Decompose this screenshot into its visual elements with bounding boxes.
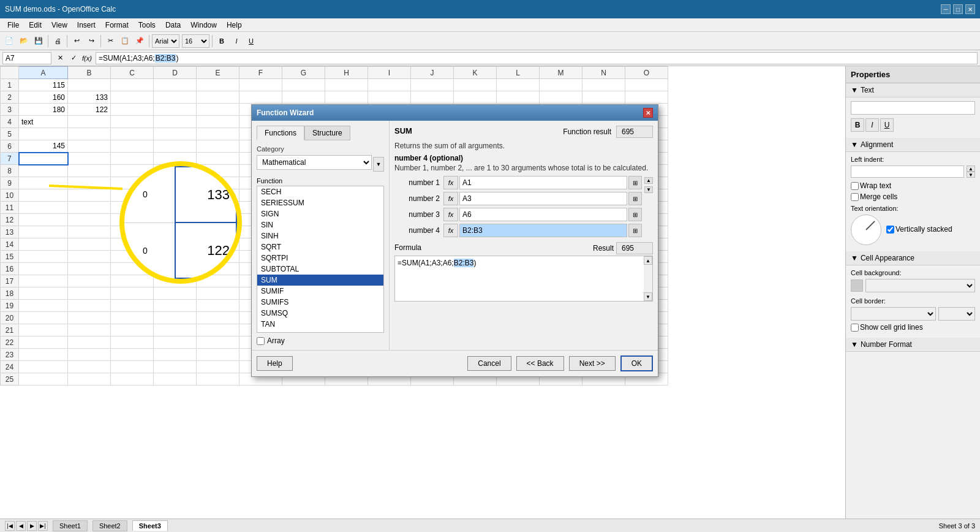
function-list: SECH SERIESSUM SIGN SIN SINH SQRT SQRTPI… (257, 186, 384, 333)
formula-scroll-up[interactable]: ▲ (644, 256, 652, 265)
result-value: 695 (616, 242, 653, 254)
tab-functions[interactable]: Functions (257, 126, 304, 140)
number-1-range-btn[interactable]: ⊞ (628, 176, 642, 189)
number-2-fx-btn[interactable]: fx (443, 192, 458, 205)
func-item-sum[interactable]: SUM (257, 275, 383, 286)
function-wizard-dialog: Function Wizard ✕ Functions Structure Ca… (251, 104, 658, 377)
number-1-input[interactable] (459, 176, 627, 189)
number-4-input[interactable] (459, 224, 627, 237)
formula-scroll-down[interactable]: ▼ (644, 292, 652, 301)
number-3-fx-btn[interactable]: fx (443, 208, 458, 221)
formula-scroll: ▲ ▼ (644, 256, 652, 301)
param-title: number 4 (optional) (394, 154, 653, 162)
back-btn[interactable]: << Back (516, 356, 564, 371)
tab-structure[interactable]: Structure (304, 126, 350, 140)
number-4-range-btn[interactable]: ⊞ (628, 224, 642, 237)
func-item-tanh[interactable]: TANH (257, 330, 383, 333)
category-label: Category (257, 145, 384, 153)
param-desc: Number 1, number 2, ... are 1 to 30 argu… (394, 164, 653, 172)
array-label: Array (267, 336, 285, 345)
func-item-sinh[interactable]: SINH (257, 230, 383, 241)
func-item-tan[interactable]: TAN (257, 319, 383, 330)
func-item-sumif[interactable]: SUMIF (257, 286, 383, 297)
formula-section: Formula Result 695 =SUM(A1;A3;A6;B2:B3) … (394, 242, 653, 302)
func-name: SUM (394, 126, 412, 135)
func-item-sign[interactable]: SIGN (257, 208, 383, 219)
scroll-arrows: ▲ ▼ (644, 177, 653, 193)
array-checkbox-row: Array (257, 336, 384, 345)
next-btn[interactable]: Next >> (569, 356, 616, 371)
number-1-label: number 1 (394, 178, 443, 187)
array-checkbox[interactable] (257, 337, 265, 345)
category-dropdown-btn[interactable]: ▼ (373, 157, 384, 172)
dialog-title-bar: Function Wizard ✕ (252, 105, 658, 121)
number-1-fx-btn[interactable]: fx (443, 176, 458, 189)
number-3-label: number 3 (394, 210, 443, 219)
func-item-sin[interactable]: SIN (257, 219, 383, 230)
number-3-row: number 3 fx ⊞ (394, 208, 642, 221)
function-label: Function (257, 177, 384, 184)
func-description: Returns the sum of all arguments. (394, 142, 653, 150)
func-result-value: 695 (616, 126, 653, 138)
number-3-range-btn[interactable]: ⊞ (628, 208, 642, 221)
number-2-label: number 2 (394, 194, 443, 203)
scroll-down-btn[interactable]: ▼ (644, 186, 653, 193)
formula-section-label: Formula (394, 243, 421, 252)
dialog-tabs: Functions Structure (257, 126, 384, 140)
dialog-right-pane: SUM Function result 695 Returns the sum … (390, 121, 658, 350)
func-item-seriessum[interactable]: SERIESSUM (257, 197, 383, 208)
number-1-row: number 1 fx ⊞ (394, 176, 642, 189)
number-4-row: number 4 fx ⊞ (394, 224, 642, 237)
dialog-footer: Help Cancel << Back Next >> OK (252, 350, 658, 376)
number-2-range-btn[interactable]: ⊞ (628, 192, 642, 205)
number-3-input[interactable] (459, 208, 627, 221)
ok-btn[interactable]: OK (620, 355, 653, 371)
dialog-left-pane: Functions Structure Category Mathematica… (252, 121, 390, 350)
scroll-up-btn[interactable]: ▲ (644, 177, 653, 184)
cancel-btn[interactable]: Cancel (467, 356, 511, 371)
dialog-close-btn[interactable]: ✕ (643, 108, 653, 118)
number-inputs-area: number 1 fx ⊞ number 2 fx ⊞ (394, 176, 653, 240)
number-inputs: number 1 fx ⊞ number 2 fx ⊞ (394, 176, 642, 240)
func-item-sqrtpi[interactable]: SQRTPI (257, 253, 383, 264)
number-2-input[interactable] (459, 192, 627, 205)
result-label: Result (593, 244, 614, 253)
number-4-label: number 4 (394, 226, 443, 235)
dialog-content: Functions Structure Category Mathematica… (252, 121, 658, 350)
category-select[interactable]: Mathematical (257, 155, 372, 170)
dialog-overlay: Function Wizard ✕ Functions Structure Ca… (0, 0, 980, 532)
formula-display-area[interactable]: =SUM(A1;A3;A6;B2:B3) ▲ ▼ (394, 256, 653, 302)
formula-scroll-track (644, 265, 652, 292)
func-item-subtotal[interactable]: SUBTOTAL (257, 264, 383, 275)
func-item-sech[interactable]: SECH (257, 186, 383, 197)
func-item-sqrt[interactable]: SQRT (257, 241, 383, 253)
func-result-label: Function result (563, 127, 611, 136)
dialog-title: Function Wizard (257, 108, 314, 117)
help-btn[interactable]: Help (257, 356, 293, 371)
func-item-sumsq[interactable]: SUMSQ (257, 308, 383, 319)
number-4-fx-btn[interactable]: fx (443, 224, 458, 237)
func-item-sumifs[interactable]: SUMIFS (257, 297, 383, 308)
number-2-row: number 2 fx ⊞ (394, 192, 642, 205)
formula-highlight-b2b3: B2:B3 (454, 259, 474, 267)
